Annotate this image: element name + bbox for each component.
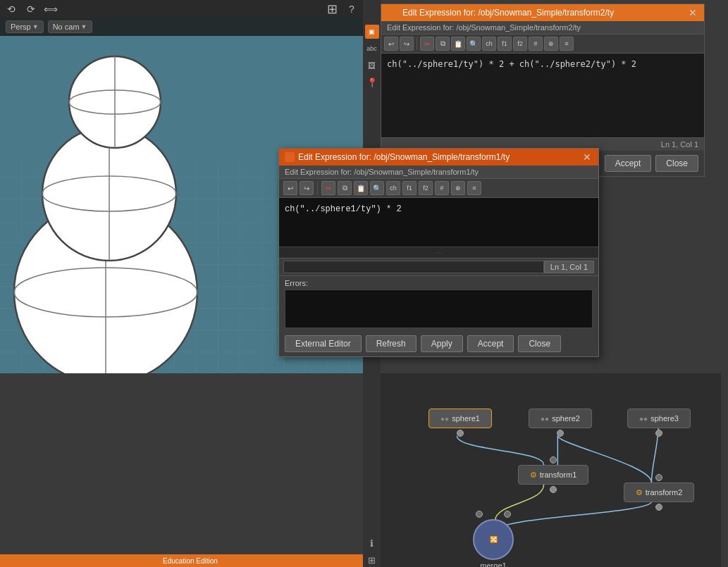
expr-back-redo[interactable]: ↪ [400,37,414,51]
status-bar: Education Edition [0,554,381,567]
expr-front-hash[interactable]: # [435,181,449,195]
perspective-dropdown[interactable]: Persp ▼ [6,20,44,33]
node-merge1-box[interactable]: 🔀 [473,519,514,560]
sep1 [417,37,417,50]
tool-icon-1[interactable]: ⟲ [4,2,18,16]
expr-front-f1[interactable]: f1 [402,181,417,195]
expr-back-find[interactable]: 🔍 [467,37,481,51]
node-merge1[interactable]: 🔀 merge1 [465,511,522,567]
node-transform1-label: transform1 [540,471,577,479]
persp-arrow: ▼ [32,23,39,30]
transform1-out-port[interactable] [550,486,557,493]
expr-front-code-editor[interactable]: ch("../sphere1/ty") * 2 [279,198,598,247]
scroll-indicator: ··· [279,247,598,258]
side-btn-info[interactable]: ℹ [365,536,379,550]
sphere1-out-port[interactable] [457,430,464,437]
side-btn-grid[interactable]: ⊞ [365,553,379,567]
accept-btn[interactable]: Accept [467,335,514,352]
side-btn-img[interactable]: 🖼 [365,58,379,73]
tool-icon-help[interactable]: ? [345,2,359,16]
node-transform1-box[interactable]: ⚙ transform1 [518,465,588,485]
node-sphere3-label: sphere3 [650,414,679,423]
line-input-field[interactable] [283,261,544,273]
close-btn[interactable]: Close [518,335,561,352]
expr-front-redo[interactable]: ↪ [300,181,314,195]
sphere3-out-port[interactable] [655,430,662,437]
node-transform2-label: transform2 [646,488,683,497]
tool-icon-2[interactable]: ⟳ [24,2,38,16]
errors-container [285,289,593,328]
expr-front-list[interactable]: ≡ [467,181,481,195]
expr-front-title: Edit Expression for: /obj/Snowman_Simple… [298,152,510,162]
expr-front-plus[interactable]: ⊕ [451,181,465,195]
expr-back-copy[interactable]: ⧉ [436,37,450,51]
expr-back-f4[interactable]: ⊕ [544,37,558,51]
expr-dialog-front: Edit Expression for: /obj/Snowman_Simple… [278,148,599,357]
expr-back-accept-btn[interactable]: Accept [605,155,652,172]
top-toolbar: ⟲ ⟳ ⟺ ⊞ ? [0,0,363,18]
svg-point-7 [69,90,161,114]
node-sphere3-box[interactable]: ●● sphere3 [627,409,691,428]
merge1-in-port-1[interactable] [476,511,483,518]
expr-front-copy[interactable]: ⧉ [338,181,352,195]
expr-front-paste[interactable]: 📋 [354,181,368,195]
expr-front-f2[interactable]: f2 [419,181,433,195]
side-btn-pin[interactable]: 📍 [365,75,379,89]
status-text: Education Edition [163,557,218,565]
tool-icon-3[interactable]: ⟺ [44,2,58,16]
front-sep1 [317,182,318,194]
refresh-btn[interactable]: Refresh [366,335,417,352]
errors-label: Errors: [285,279,593,287]
expr-front-cut[interactable]: ✂ [321,181,335,195]
node-transform2-box[interactable]: ⚙ transform2 [624,482,694,502]
node-merge1-label: merge1 [480,561,506,567]
errors-box [285,289,593,328]
transform2-in-port[interactable] [655,474,662,481]
transform1-in-port[interactable] [550,456,557,463]
node-sphere2-box[interactable]: ●● sphere2 [529,409,592,428]
expr-back-f2[interactable]: f2 [513,37,527,51]
sphere2-out-port[interactable] [557,430,564,437]
expr-front-subtitle: Edit Expression for: /obj/Snowman_Simple… [279,166,598,179]
cam-arrow: ▼ [81,23,87,30]
line-input-row: Ln 1, Col 1 [279,258,598,276]
expr-front-ch[interactable]: ch [386,181,400,195]
expr-front-toolbar: ↩ ↪ ✂ ⧉ 📋 🔍 ch f1 f2 # ⊕ ≡ [279,179,598,198]
merge1-in-port-2[interactable] [504,511,511,518]
node-transform2[interactable]: ⚙ transform2 [624,474,694,511]
expr-back-subtitle: Edit Expression for: /obj/Snowman_Simple… [381,21,704,35]
camera-dropdown[interactable]: No cam ▼ [48,20,92,33]
expr-front-button-row: External Editor Refresh Apply Accept Clo… [279,331,598,356]
viewport-controls: Persp ▼ No cam ▼ [0,18,363,36]
expr-back-f5[interactable]: ≡ [560,37,574,51]
node-sphere1[interactable]: ●● sphere1 [428,409,492,437]
node-sphere1-box[interactable]: ●● sphere1 [428,409,492,428]
node-sphere3[interactable]: ●● sphere3 [627,409,691,437]
expr-back-code[interactable]: ch("../sphere1/ty") * 2 + ch("../sphere2… [381,54,704,138]
expr-back-close-btn[interactable]: Close [655,155,698,172]
expr-front-undo[interactable]: ↩ [283,181,297,195]
expr-back-paste[interactable]: 📋 [451,37,465,51]
transform2-out-port[interactable] [655,504,662,511]
expr-back-ch[interactable]: ch [482,37,496,51]
side-btn-1[interactable]: ▣ [365,25,379,39]
node-transform1[interactable]: ⚙ transform1 [518,456,588,493]
expr-front-titlebar[interactable]: Edit Expression for: /obj/Snowman_Simple… [279,149,598,166]
expr-back-undo[interactable]: ↩ [384,37,398,51]
expr-back-title: Edit Expression for: /obj/Snowman_Simple… [402,8,614,18]
expr-front-close-x[interactable]: ✕ [581,151,593,163]
expr-back-icon [387,7,398,18]
expr-front-find[interactable]: 🔍 [370,181,384,195]
node-editor[interactable]: ●● sphere1 ●● sphere2 ●● sphere3 ⚙ [381,373,721,567]
expr-back-close-x[interactable]: ✕ [687,7,698,18]
expr-back-titlebar[interactable]: Edit Expression for: /obj/Snowman_Simple… [381,4,704,21]
apply-btn[interactable]: Apply [421,335,463,352]
expr-back-cut[interactable]: ✂ [420,37,434,51]
node-sphere1-label: sphere1 [452,414,480,423]
expr-back-f3[interactable]: # [529,37,543,51]
external-editor-btn[interactable]: External Editor [285,335,362,352]
node-sphere2[interactable]: ●● sphere2 [529,409,592,437]
side-btn-abc[interactable]: abc [365,42,379,56]
expr-back-f1[interactable]: f1 [498,37,512,51]
tool-icon-menu[interactable]: ⊞ [325,2,339,16]
